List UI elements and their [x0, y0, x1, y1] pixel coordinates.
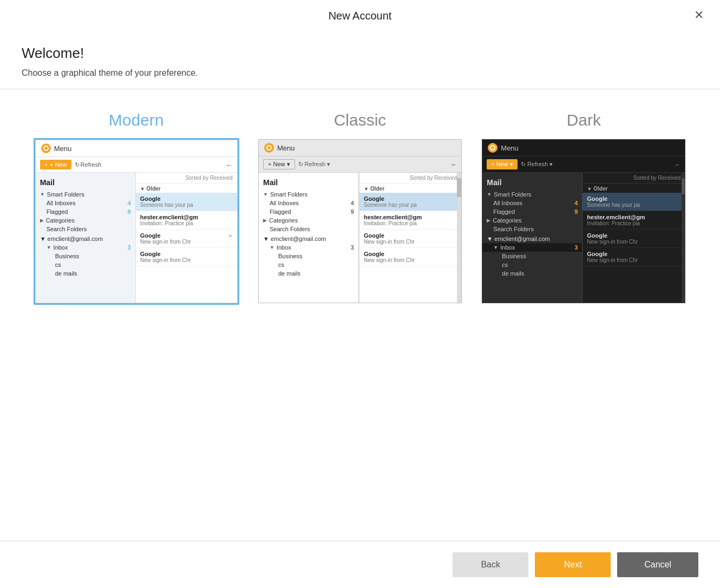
classic-scrollbar: [457, 173, 461, 303]
dark-older-label: ▼ Older: [582, 184, 685, 193]
modern-preview-window: Menu + + New ↻ Refresh ←: [35, 140, 238, 303]
dark-sorted-label: Sorted by Received: [582, 173, 685, 184]
dark-msg-item-4[interactable]: Google New sign-in from Chr: [582, 248, 685, 266]
theme-label-dark: Dark: [567, 111, 601, 129]
classic-sender-4: Google: [364, 251, 457, 257]
classic-msg-item-4[interactable]: Google New sign-in from Chr: [359, 248, 461, 266]
dark-message-list: Sorted by Received ▼ Older Google Someon…: [582, 173, 685, 303]
modern-msg-item-4[interactable]: Google New sign-in from Chr: [136, 248, 237, 266]
classic-refresh-button[interactable]: ↻ Refresh ▾: [298, 161, 331, 168]
dark-sidebar: Mail ▼ Smart Folders All Inboxes 4 Flagg…: [482, 173, 582, 303]
cancel-button[interactable]: Cancel: [617, 552, 698, 577]
modern-sidebar-categories: ▶ Categories: [36, 216, 135, 225]
modern-preview-3: New sign-in from Chr: [140, 239, 228, 245]
modern-msg-item-3[interactable]: ⚑ Google New sign-in from Chr: [136, 230, 237, 248]
dark-content: Mail ▼ Smart Folders All Inboxes 4 Flagg…: [482, 173, 685, 303]
classic-message-list: Sorted by Received ▼ Older Google Someon…: [359, 173, 461, 303]
classic-back-arrow-icon: ←: [451, 161, 457, 168]
welcome-section: Welcome! Choose a graphical theme of you…: [0, 30, 720, 89]
classic-mail-title: Mail: [259, 177, 358, 190]
modern-preview-4: New sign-in from Chr: [140, 257, 233, 263]
dark-preview-2: Invitation: Practice pla: [587, 220, 680, 226]
dark-logo-icon: [488, 143, 498, 153]
dark-topbar: Menu: [482, 140, 685, 156]
dark-sender-2: hester.emclient@gm: [587, 214, 680, 220]
classic-new-button[interactable]: + New ▾: [263, 159, 295, 169]
modern-logo-icon: [41, 143, 51, 153]
dark-new-button[interactable]: + New ▾: [487, 159, 518, 169]
dark-scrollbar: [682, 173, 685, 303]
modern-sender-1: Google: [140, 195, 233, 202]
back-button[interactable]: Back: [453, 552, 528, 577]
next-button[interactable]: Next: [535, 552, 611, 577]
theme-option-dark[interactable]: Dark Menu + New ▾ ↻ Refresh ▾: [480, 111, 688, 304]
classic-older-label: ▼ Older: [359, 184, 461, 193]
modern-sidebar-de-mails: de mails: [36, 269, 135, 278]
dark-sidebar-business: Business: [482, 252, 582, 260]
arrow-right-icon-3: ▶: [487, 218, 490, 223]
modern-menu-text: Menu: [54, 145, 72, 153]
dark-msg-item-2[interactable]: hester.emclient@gm Invitation: Practice …: [582, 211, 685, 230]
arrow-down-icon-7: ▼: [270, 245, 274, 250]
arrow-down-icon-9: ▼: [487, 192, 492, 197]
classic-preview-window: Menu + New ▾ ↻ Refresh ▾ ←: [258, 139, 462, 303]
theme-preview-modern[interactable]: Menu + + New ↻ Refresh ←: [34, 138, 239, 305]
modern-msg-item-2[interactable]: hester.emclient@gm Invitation: Practice …: [136, 211, 237, 230]
classic-logo-icon: [264, 143, 274, 153]
modern-msg-item-1[interactable]: Google Someone has your pa: [136, 193, 237, 211]
classic-toolbar: + New ▾ ↻ Refresh ▾ ←: [259, 156, 461, 173]
arrow-down-icon: ▼: [40, 192, 45, 197]
modern-new-button[interactable]: + + New: [40, 160, 71, 169]
dark-refresh-button[interactable]: ↻ Refresh ▾: [521, 161, 553, 168]
classic-preview-2: Invitation: Practice pla: [364, 220, 457, 226]
theme-preview-dark[interactable]: Menu + New ▾ ↻ Refresh ▾ ←: [481, 138, 686, 304]
theme-preview-classic[interactable]: Menu + New ▾ ↻ Refresh ▾ ←: [257, 138, 463, 304]
dark-sender-4: Google: [587, 251, 680, 257]
classic-content: Mail ▼ Smart Folders All Inboxes 4 Flagg…: [259, 173, 461, 303]
modern-sender-3: Google: [140, 232, 233, 239]
classic-preview-1: Someone has your pa: [364, 202, 457, 208]
dark-back-arrow-icon: ←: [675, 161, 680, 168]
arrow-down-icon-11: ▼: [493, 245, 498, 250]
dark-msg-item-3[interactable]: Google New sign-in from Chr: [582, 230, 685, 248]
modern-sidebar: Mail ▼ Smart Folders All Inboxes 4 Flagg…: [36, 173, 136, 303]
dark-sidebar-account: ▼ emclient@gmail.com: [482, 233, 582, 243]
classic-sender-1: Google: [364, 195, 457, 202]
dark-menu-text: Menu: [501, 144, 519, 152]
arrow-down-icon-10: ▼: [487, 236, 493, 242]
classic-msg-item-3[interactable]: Google New sign-in from Chr: [359, 230, 461, 248]
modern-back-arrow-icon: ←: [226, 161, 233, 169]
modern-sidebar-inbox: ▼ Inbox 3: [36, 243, 135, 252]
modern-sidebar-cs: cs: [36, 260, 135, 269]
classic-sender-2: hester.emclient@gm: [364, 214, 457, 220]
close-button[interactable]: ✕: [694, 9, 704, 21]
classic-sidebar-account: ▼ emclient@gmail.com: [259, 233, 358, 243]
classic-msg-item-1[interactable]: Google Someone has your pa: [359, 193, 461, 211]
modern-preview-1: Someone has your pa: [140, 202, 233, 208]
classic-sender-3: Google: [364, 232, 457, 239]
modern-sidebar-flagged: Flagged 9: [36, 207, 135, 216]
theme-label-classic: Classic: [334, 111, 387, 129]
modern-mail-title: Mail: [36, 177, 135, 190]
dark-msg-item-1[interactable]: Google Someone has your pa: [582, 193, 685, 211]
modern-refresh-button[interactable]: ↻ Refresh: [75, 161, 102, 168]
classic-sidebar-inbox: ▼ Inbox 3: [259, 243, 358, 252]
dark-toolbar: + New ▾ ↻ Refresh ▾ ←: [482, 156, 685, 173]
dark-sidebar-flagged: Flagged 9: [482, 207, 582, 216]
theme-option-classic[interactable]: Classic Menu + New ▾ ↻ Refresh ▾: [256, 111, 463, 304]
theme-option-modern[interactable]: Modern Menu + + New ↻: [32, 111, 240, 305]
modern-toolbar: + + New ↻ Refresh ←: [36, 157, 237, 173]
classic-msg-item-2[interactable]: hester.emclient@gm Invitation: Practice …: [359, 211, 461, 230]
dark-preview-4: New sign-in from Chr: [587, 257, 680, 263]
modern-sender-2: hester.emclient@gm: [140, 214, 233, 220]
arrow-down-icon-12: ▼: [587, 186, 592, 192]
modern-sorted-label: Sorted by Received: [136, 173, 237, 184]
dark-sidebar-all-inboxes: All Inboxes 4: [482, 199, 582, 207]
modern-content: Mail ▼ Smart Folders All Inboxes 4 Flagg…: [36, 173, 237, 303]
dark-sender-3: Google: [587, 232, 680, 239]
classic-sidebar: Mail ▼ Smart Folders All Inboxes 4 Flagg…: [259, 173, 359, 303]
themes-container: Modern Menu + + New ↻: [0, 89, 720, 331]
classic-sidebar-business: Business: [259, 252, 358, 260]
modern-sender-4: Google: [140, 251, 233, 257]
modern-message-list: Sorted by Received ▼ Older Google Someon…: [136, 173, 237, 303]
